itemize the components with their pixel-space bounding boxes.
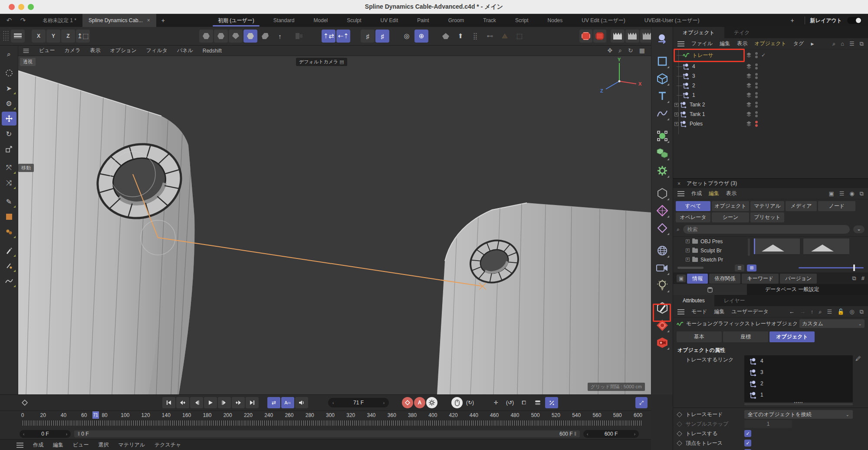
tree-row-poles[interactable]: + Poles <box>673 119 868 129</box>
record-rotation-icon[interactable]: (↺) <box>503 397 516 408</box>
visibility-dots[interactable] <box>755 63 758 70</box>
attr-menu-edit[interactable]: 編集 <box>714 308 725 315</box>
om-search-icon[interactable]: ⌕ <box>832 40 835 47</box>
take-render-icon[interactable] <box>625 30 639 43</box>
mm-burger-icon[interactable] <box>16 443 23 448</box>
filter-tab-presets[interactable]: プリセット <box>750 212 784 222</box>
mm-menu-view[interactable]: ビュー <box>73 441 89 449</box>
list-view-icon[interactable]: ☰ <box>735 265 744 271</box>
zoom-tool-icon[interactable]: ⌕ <box>2 47 16 61</box>
range-end-field[interactable]: ‹600 F› <box>583 430 639 438</box>
camera-object-icon[interactable] <box>654 260 671 276</box>
ab-menu-edit[interactable]: 編集 <box>709 190 719 197</box>
visibility-dots[interactable] <box>755 110 758 118</box>
vp-menu-redshift[interactable]: Redshift <box>203 48 222 54</box>
keyable-diamond-icon[interactable] <box>677 431 682 437</box>
layers-icon[interactable] <box>746 102 752 108</box>
new-layout-button[interactable]: 新レイアウト <box>810 17 842 24</box>
layout-tab-groom[interactable]: Groom <box>440 14 473 27</box>
tree-row-null1[interactable]: 1 <box>673 90 868 100</box>
info-tab[interactable]: 情報 <box>687 274 708 284</box>
tree-row-tank1[interactable]: + Tank 1 <box>673 109 868 119</box>
tree-row-tank2[interactable]: + Tank 2 <box>673 100 868 109</box>
mm-menu-select[interactable]: 選択 <box>99 441 109 449</box>
vp-menu-camera[interactable]: カメラ <box>65 47 81 54</box>
layout-tab-standard[interactable]: Standard <box>265 14 303 27</box>
mouse-record-icon[interactable] <box>451 397 463 408</box>
color-swatch-icon[interactable] <box>2 210 16 224</box>
filter-tab-scenes[interactable]: シーン <box>712 212 749 222</box>
current-frame-field[interactable]: ‹ 71 F › <box>328 398 389 407</box>
texture-mode-icon[interactable] <box>229 30 243 43</box>
record-parameter-icon[interactable]: ⧠ <box>517 397 530 408</box>
light-bulb-icon[interactable] <box>654 277 671 294</box>
link-list-resize-handle[interactable] <box>744 403 853 405</box>
world-coords-icon[interactable]: ↥⬚ <box>76 30 90 43</box>
tab-objects[interactable]: オブジェクト <box>673 27 724 38</box>
next-frame-icon[interactable] <box>218 397 231 408</box>
om-popout-icon[interactable]: ⧉ <box>860 40 864 47</box>
layout-tab-uvedit[interactable]: UV Edit <box>372 14 407 27</box>
ab-filter-icon[interactable]: ☰ <box>839 190 845 197</box>
ab-menu-view[interactable]: 表示 <box>726 190 736 197</box>
trace-mode-dropdown[interactable]: 全てのオブジェクトを接続⌄ <box>744 410 853 419</box>
keywords-tab[interactable]: キーワード <box>742 274 779 284</box>
cube-tool-icon[interactable]: ⬚ <box>513 30 526 43</box>
pencil-sketch-icon[interactable] <box>654 300 671 316</box>
layout-bars-icon[interactable] <box>11 30 25 43</box>
redo-icon[interactable]: ↷ <box>18 17 28 24</box>
particles-icon[interactable] <box>2 225 16 239</box>
axis-z-button[interactable]: Z <box>61 30 75 43</box>
ab-record-icon[interactable]: ◉ <box>849 190 854 197</box>
layers-icon[interactable] <box>746 52 752 58</box>
keyframe-diamond-icon[interactable] <box>18 397 31 408</box>
goto-end-icon[interactable] <box>246 397 259 408</box>
snap-settings-icon[interactable]: ⇠⇡ <box>336 30 350 43</box>
vp-menu-panel[interactable]: パネル <box>177 47 193 54</box>
layout-tab-nodes[interactable]: Nodes <box>539 14 572 27</box>
prev-frame-icon[interactable] <box>190 397 203 408</box>
rotate-tool-icon[interactable]: ↻ <box>2 127 16 141</box>
axis-center-icon[interactable] <box>654 128 671 144</box>
tab-takes[interactable]: テイク <box>724 27 760 38</box>
toolbar-grip[interactable] <box>3 30 9 42</box>
layers-icon[interactable] <box>746 92 752 98</box>
axis-y-button[interactable]: Y <box>46 30 60 43</box>
playhead[interactable]: 71 <box>92 411 99 419</box>
layout-tab-model[interactable]: Model <box>305 14 337 27</box>
ab-burger-icon[interactable] <box>677 191 684 196</box>
keyframe-selection-off-icon[interactable] <box>545 397 558 408</box>
close-tab-icon[interactable]: × <box>147 17 150 23</box>
layout-tab-sculpt[interactable]: Sculpt <box>338 14 370 27</box>
render-view-icon[interactable] <box>579 30 592 43</box>
layout-tab-script[interactable]: Script <box>506 14 537 27</box>
folder-row-sketch[interactable]: +Sketch Pr <box>673 255 868 263</box>
edit-render-settings-icon[interactable] <box>611 30 625 43</box>
frame-dec-icon[interactable]: ‹ <box>332 400 334 405</box>
versions-tab[interactable]: バージョン <box>780 274 817 284</box>
transfer-tool-icon[interactable]: ⤧ <box>2 161 16 175</box>
cube-primitive-icon[interactable] <box>654 70 671 87</box>
enable-snap-icon[interactable]: ⇡⇄ <box>322 30 335 43</box>
attr-burger-icon[interactable] <box>677 309 684 314</box>
eyedropper-icon[interactable]: 🖉 <box>855 355 861 362</box>
add-document-tab-button[interactable]: + <box>156 17 170 24</box>
autokey-icon[interactable]: A <box>414 397 425 408</box>
trace-link-list[interactable]: 4 3 2 1 <box>744 355 853 402</box>
om-menu-file[interactable]: ファイル <box>691 40 713 47</box>
vertex-checkbox[interactable]: ✓ <box>744 440 751 447</box>
copy-icon[interactable]: ⧉ <box>852 275 856 282</box>
viewport-3d[interactable]: Y X Z 透視 デフォルトカメラ ▤ 移動 グリッド間隔 : 5000 cm <box>18 56 651 394</box>
live-selection-icon[interactable] <box>2 66 16 80</box>
folder-scrollbar[interactable] <box>748 238 750 256</box>
record-keyframe-icon[interactable] <box>402 397 413 408</box>
expand-icon[interactable]: + <box>674 122 678 126</box>
mm-menu-edit[interactable]: 編集 <box>53 441 63 449</box>
up-icon[interactable]: ↑ <box>811 308 814 315</box>
timeline-ruler[interactable]: 0204060801001201401601802002202402602803… <box>0 410 651 429</box>
green-gear-icon[interactable] <box>654 162 671 179</box>
frame-inc-icon[interactable]: › <box>383 400 385 405</box>
toggle-view-icon[interactable]: ▦ <box>639 47 645 54</box>
attr-filter-icon[interactable]: ☰ <box>827 308 832 315</box>
link-item-1[interactable]: 1 <box>744 389 853 400</box>
